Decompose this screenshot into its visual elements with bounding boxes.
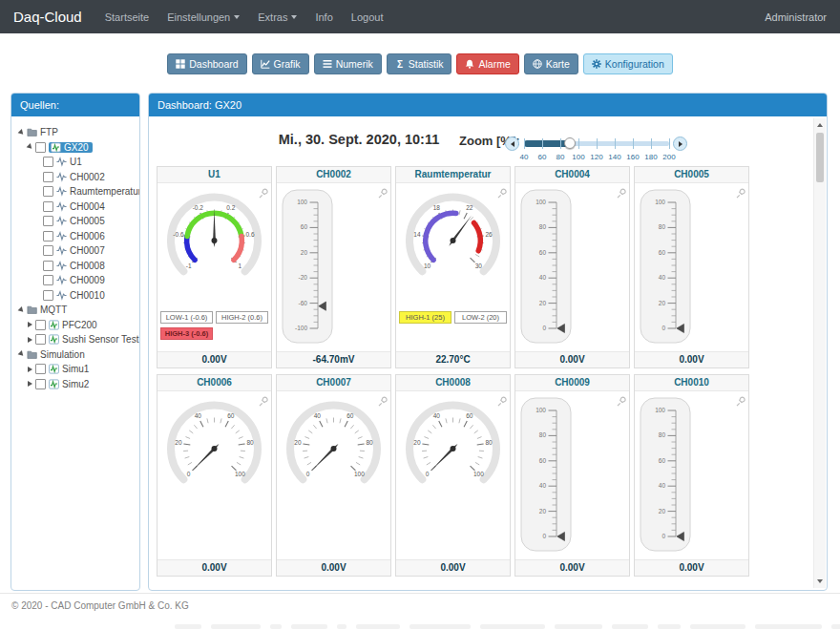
- scrollbar-thumb[interactable]: [816, 133, 824, 182]
- numerik-button[interactable]: Numerik: [314, 53, 382, 74]
- slider-handle[interactable]: [564, 137, 576, 149]
- collapse-arrow-icon[interactable]: [18, 129, 26, 136]
- pin-icon[interactable]: [735, 185, 746, 202]
- tree-node-raumtemperatur[interactable]: Raumtemperatur: [11, 184, 139, 200]
- pin-icon[interactable]: [377, 393, 388, 410]
- tree-node-body[interactable]: Simu1: [49, 364, 89, 374]
- dashboard-button[interactable]: Dashboard: [167, 53, 246, 74]
- app-brand[interactable]: Daq-Cloud: [13, 9, 82, 25]
- slider-left-button[interactable]: [505, 136, 519, 151]
- tree-node-body[interactable]: Simulation: [27, 349, 85, 360]
- node-checkbox[interactable]: [35, 379, 46, 389]
- tree-node-simulation[interactable]: Simulation: [11, 347, 139, 363]
- pin-icon[interactable]: [258, 393, 268, 410]
- widget-ch0002: CH00021006020-20-60-100-64.70mV: [276, 166, 391, 368]
- scroll-down-button[interactable]: [814, 576, 826, 587]
- tree-node-pfc200[interactable]: PFC200: [11, 318, 139, 333]
- tree-node-body[interactable]: GX20: [49, 142, 93, 153]
- node-checkbox[interactable]: [43, 157, 53, 167]
- tree-node-ch0002[interactable]: CH0002: [11, 170, 139, 185]
- collapse-arrow-icon[interactable]: [18, 306, 26, 314]
- tree-node-body[interactable]: Simu2: [49, 379, 89, 389]
- collapse-arrow-icon[interactable]: [18, 350, 26, 358]
- tree-node-ch0007[interactable]: CH0007: [11, 243, 139, 259]
- node-checkbox[interactable]: [35, 320, 46, 330]
- tree-node-body[interactable]: FTP: [27, 127, 58, 137]
- tree-node-body[interactable]: Raumtemperatur: [56, 186, 140, 197]
- strip-segment: [410, 624, 471, 629]
- statistik-button[interactable]: ΣStatistik: [387, 53, 452, 74]
- grafik-button[interactable]: Grafik: [252, 53, 309, 74]
- pin-icon[interactable]: [377, 185, 388, 202]
- tree-node-body[interactable]: CH0002: [56, 172, 105, 182]
- tree-node-body[interactable]: Sushi Sensor Test: [49, 334, 138, 345]
- nav-item-logout[interactable]: Logout: [351, 11, 384, 23]
- scroll-up-button[interactable]: [814, 119, 826, 131]
- tree-node-body[interactable]: CH0010: [56, 290, 105, 301]
- nav-item-extras[interactable]: Extras: [258, 11, 297, 23]
- tree-node-ch0005[interactable]: CH0005: [11, 214, 139, 229]
- node-checkbox[interactable]: [43, 231, 53, 242]
- tree-node-body[interactable]: MQTT: [27, 304, 67, 315]
- node-checkbox[interactable]: [43, 245, 53, 256]
- pin-icon[interactable]: [616, 185, 626, 202]
- node-checkbox[interactable]: [43, 201, 53, 212]
- tree-node-simu2[interactable]: Simu2: [11, 377, 139, 392]
- node-checkbox[interactable]: [43, 275, 53, 285]
- vertical-scrollbar[interactable]: [813, 118, 826, 588]
- expand-arrow-icon[interactable]: [28, 367, 32, 372]
- tree-node-body[interactable]: CH0004: [56, 201, 105, 212]
- tree-node-sushi-sensor-test[interactable]: Sushi Sensor Test: [11, 332, 139, 347]
- tree-node-body[interactable]: U1: [56, 157, 82, 167]
- node-checkbox[interactable]: [35, 142, 46, 153]
- strip-segment: [480, 624, 545, 629]
- widget-gauge-area: 1006020-20-60-100: [277, 183, 390, 351]
- nav-item-info[interactable]: Info: [315, 11, 332, 23]
- svg-text:100: 100: [655, 199, 665, 205]
- tree-node-ch0009[interactable]: CH0009: [11, 273, 139, 288]
- pin-icon[interactable]: [616, 393, 626, 410]
- pin-icon[interactable]: [735, 393, 746, 410]
- expand-arrow-icon[interactable]: [28, 322, 32, 327]
- tree-node-ftp[interactable]: FTP: [11, 125, 139, 140]
- node-checkbox[interactable]: [43, 216, 53, 226]
- tree-node-gx20[interactable]: GX20: [11, 140, 139, 156]
- widget-gauge-area: -1-0.6-0.20.20.61LOW-1 (-0.6)HIGH-2 (0.6…: [158, 183, 271, 351]
- tree-node-ch0004[interactable]: CH0004: [11, 200, 139, 215]
- zoom-slider[interactable]: 406080100120140160180200: [505, 126, 688, 164]
- tree-node-body[interactable]: CH0007: [56, 245, 105, 256]
- nav-item-startseite[interactable]: Startseite: [105, 11, 149, 23]
- alarme-button[interactable]: Alarme: [456, 53, 518, 74]
- tree-node-body[interactable]: CH0008: [56, 261, 105, 271]
- tree-node-u1[interactable]: U1: [11, 155, 139, 170]
- tree-node-body[interactable]: CH0009: [56, 275, 105, 285]
- collapse-arrow-icon[interactable]: [27, 143, 34, 151]
- device-icon: [51, 142, 61, 153]
- slider-right-button[interactable]: [673, 136, 687, 151]
- node-checkbox[interactable]: [35, 364, 46, 374]
- pin-icon[interactable]: [258, 185, 268, 202]
- alarm-chip: HIGH-1 (25): [399, 311, 452, 324]
- nav-item-einstellungen[interactable]: Einstellungen: [167, 11, 240, 23]
- node-checkbox[interactable]: [43, 186, 53, 197]
- folder-icon: [27, 349, 37, 360]
- tree-node-simu1[interactable]: Simu1: [11, 362, 139, 377]
- node-checkbox[interactable]: [43, 172, 53, 182]
- tree-node-body[interactable]: PFC200: [49, 320, 97, 330]
- tree-node-body[interactable]: CH0006: [56, 231, 105, 242]
- node-checkbox[interactable]: [43, 261, 53, 271]
- karte-button[interactable]: Karte: [524, 53, 578, 74]
- tree-node-mqtt[interactable]: MQTT: [11, 303, 139, 318]
- tree-node-ch0006[interactable]: CH0006: [11, 229, 139, 244]
- expand-arrow-icon[interactable]: [28, 381, 32, 387]
- node-checkbox[interactable]: [43, 290, 53, 301]
- expand-arrow-icon[interactable]: [28, 337, 32, 343]
- svg-text:-20: -20: [299, 274, 308, 281]
- tree-node-ch0010[interactable]: CH0010: [11, 288, 139, 304]
- tree-node-ch0008[interactable]: CH0008: [11, 259, 139, 274]
- pin-icon[interactable]: [496, 185, 507, 202]
- konfiguration-button[interactable]: Konfiguration: [583, 53, 673, 74]
- tree-node-body[interactable]: CH0005: [56, 216, 105, 226]
- node-checkbox[interactable]: [35, 334, 46, 345]
- pin-icon[interactable]: [496, 393, 507, 410]
